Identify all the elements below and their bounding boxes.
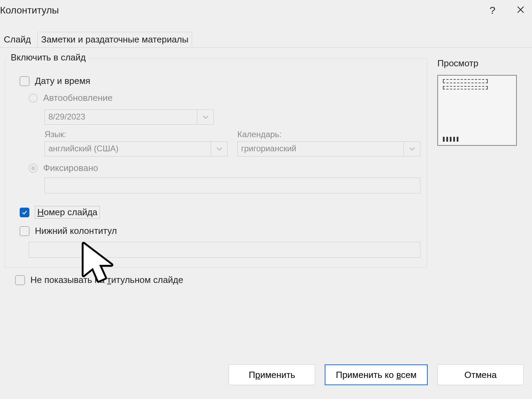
header-footer-dialog: Колонтитулы ? Слайд Заметки и раздаточны… (0, 0, 532, 399)
preview-placeholder-subtitle (443, 86, 488, 89)
tabstrip: Слайд Заметки и раздаточные материалы (0, 19, 532, 48)
include-group: Включить в слайд Дату и время Автообновл… (5, 58, 427, 268)
label-language: Язык: (45, 130, 228, 139)
tab-slide[interactable]: Слайд (0, 32, 35, 47)
close-icon (516, 5, 525, 14)
preview-page-number (443, 137, 460, 142)
chevron-down-icon (403, 142, 420, 156)
input-footer-text (29, 242, 420, 258)
dialog-title: Колонтитулы (0, 5, 59, 16)
include-group-title: Включить в слайд (8, 52, 88, 63)
dropdown-date-format: 8/29/2023 (45, 110, 214, 125)
apply-all-button[interactable]: Применить ко всем (325, 364, 428, 385)
checkbox-date-time[interactable] (20, 76, 29, 86)
preview-thumbnail (437, 75, 517, 146)
label-date-time: Дату и время (35, 76, 90, 86)
checkbox-hide-on-title[interactable] (15, 275, 25, 285)
preview-label: Просмотр (437, 58, 527, 69)
label-hide-on-title: Не показывать на титульном слайде (30, 275, 183, 285)
date-format-value: 8/29/2023 (45, 110, 197, 124)
tab-notes-handouts[interactable]: Заметки и раздаточные материалы (37, 32, 192, 47)
label-fixed: Фиксировано (43, 163, 98, 173)
chevron-down-icon (211, 142, 227, 156)
radio-auto-update (29, 94, 38, 103)
radio-fixed (29, 164, 38, 173)
label-auto-update: Автообновление (43, 93, 113, 103)
label-slide-number: Номер слайда (35, 206, 100, 219)
dropdown-calendar: григорианский (237, 141, 420, 156)
label-calendar: Календарь: (237, 130, 420, 139)
checkbox-slide-number[interactable] (20, 208, 29, 217)
dropdown-language: английский (США) (45, 141, 228, 156)
input-fixed-date (45, 178, 420, 193)
checkbox-footer[interactable] (20, 226, 29, 236)
titlebar: Колонтитулы ? (0, 0, 532, 19)
chevron-down-icon (197, 110, 213, 124)
help-button[interactable]: ? (490, 5, 495, 16)
close-button[interactable] (516, 5, 525, 16)
language-value: английский (США) (45, 142, 211, 156)
label-footer: Нижний колонтитул (35, 226, 117, 236)
calendar-value: григорианский (238, 142, 403, 156)
cancel-button[interactable]: Отмена (437, 364, 524, 385)
apply-button[interactable]: Применить (229, 364, 315, 385)
preview-placeholder-title (443, 79, 488, 83)
